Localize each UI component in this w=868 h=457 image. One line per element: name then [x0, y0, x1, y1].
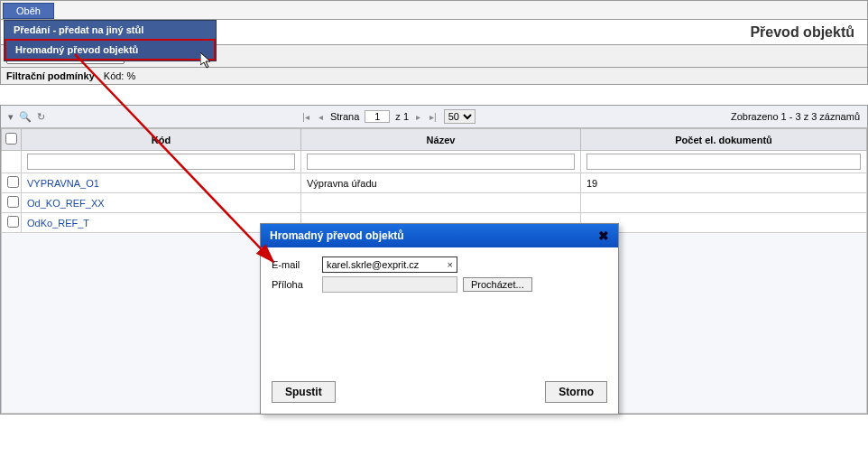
table-row: VYPRAVNA_O1 Výpravna úřadu 19	[2, 173, 867, 193]
row-nazev: Výpravna úřadu	[301, 173, 581, 193]
menu-item-hromadny-prevod[interactable]: Hromadný převod objektů	[5, 39, 216, 61]
col-header-kod[interactable]: Kód	[22, 129, 301, 151]
email-value: karel.skrle@exprit.cz	[327, 259, 419, 270]
row-pocet: 19	[581, 173, 867, 193]
row-checkbox[interactable]	[7, 216, 19, 228]
obeh-button[interactable]: Oběh	[3, 3, 54, 19]
storno-button[interactable]: Storno	[545, 381, 607, 403]
dialog-header[interactable]: Hromadný převod objektů ✖	[261, 224, 618, 247]
spustit-button[interactable]: Spustit	[272, 381, 336, 403]
col-header-pocet[interactable]: Počet el. dokumentů	[581, 129, 867, 151]
pager-prev-icon[interactable]: ◂	[317, 112, 325, 122]
filter-kod-value: %	[127, 70, 136, 81]
col-header-nazev[interactable]: Název	[301, 129, 581, 151]
search-icon[interactable]: 🔍	[19, 111, 32, 123]
table-row: Od_KO_REF_XX	[2, 193, 867, 213]
row-pocet	[581, 193, 867, 213]
row-kod[interactable]: Od_KO_REF_XX	[22, 193, 301, 213]
obeh-dropdown: Předání - předat na jiný stůl Hromadný p…	[4, 20, 217, 61]
pager-pagesize-select[interactable]: 50	[444, 109, 476, 124]
pager-summary: Zobrazeno 1 - 3 z 3 záznamů	[731, 111, 860, 122]
pager-strana-label: Strana	[330, 111, 359, 122]
filter-input-pocet[interactable]	[586, 154, 861, 170]
pager-z-label: z 1	[395, 111, 409, 122]
filter-row-2: Filtrační podmínky Kód: %	[0, 68, 868, 85]
clear-icon[interactable]: ×	[442, 259, 453, 270]
row-kod[interactable]: OdKo_REF_T	[22, 213, 301, 233]
pager-page-input[interactable]	[365, 110, 390, 123]
page-title: Převod objektů	[750, 24, 854, 41]
grid-toolbar: ▾ 🔍 ↻ |◂ ◂ Strana z 1 ▸ ▸| 50 Zobrazeno …	[1, 106, 867, 128]
email-label: E-mail	[272, 259, 317, 270]
pager-next-icon[interactable]: ▸	[414, 112, 422, 122]
row-checkbox[interactable]	[7, 176, 19, 188]
file-path-field[interactable]	[322, 276, 457, 293]
topbar: Oběh	[0, 0, 868, 20]
header-checkbox[interactable]	[5, 133, 17, 145]
row-checkbox[interactable]	[7, 196, 19, 208]
row-kod[interactable]: VYPRAVNA_O1	[22, 173, 301, 193]
expand-icon[interactable]: ▾	[8, 111, 14, 123]
browse-button[interactable]: Procházet...	[463, 277, 532, 292]
row-pocet	[581, 213, 867, 233]
refresh-icon[interactable]: ↻	[37, 111, 45, 123]
row-nazev	[301, 193, 581, 213]
menu-item-predani[interactable]: Předání - předat na jiný stůl	[5, 21, 216, 39]
close-icon[interactable]: ✖	[598, 228, 609, 243]
pager-first-icon[interactable]: |◂	[300, 112, 311, 122]
filter-input-nazev[interactable]	[307, 154, 575, 170]
filter-input-kod[interactable]	[27, 154, 295, 170]
filter-kod-label: Kód:	[104, 70, 125, 81]
dialog-hromadny-prevod: Hromadný převod objektů ✖ E-mail karel.s…	[260, 223, 619, 415]
email-field[interactable]: karel.skrle@exprit.cz ×	[322, 256, 457, 273]
dialog-title: Hromadný převod objektů	[270, 229, 404, 242]
priloha-label: Příloha	[272, 279, 317, 290]
dialog-footer: Spustit Storno	[261, 374, 618, 414]
filter-conditions-label: Filtrační podmínky	[6, 70, 95, 81]
pager-last-icon[interactable]: ▸|	[428, 112, 439, 122]
dialog-body: E-mail karel.skrle@exprit.cz × Příloha P…	[261, 247, 618, 374]
